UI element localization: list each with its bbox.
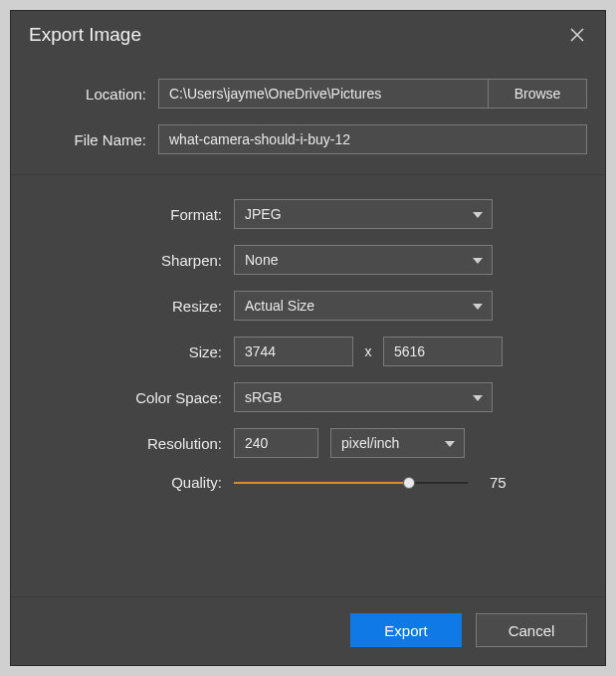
format-select[interactable]: JPEG [234, 199, 493, 229]
sharpen-label: Sharpen: [29, 252, 234, 269]
colorspace-label: Color Space: [29, 389, 234, 406]
filename-label: File Name: [29, 131, 158, 148]
colorspace-select[interactable]: sRGB [234, 382, 493, 412]
export-button[interactable]: Export [350, 613, 462, 647]
location-label: Location: [29, 86, 158, 103]
resolution-unit-select[interactable]: pixel/inch [330, 428, 465, 458]
dialog-title: Export Image [29, 24, 141, 46]
slider-fill [234, 482, 409, 484]
resolution-input[interactable] [234, 428, 318, 458]
resize-label: Resize: [29, 298, 234, 315]
size-x-separator: x [353, 343, 383, 359]
dialog-footer: Export Cancel [11, 596, 605, 665]
quality-label: Quality: [29, 474, 234, 491]
browse-button[interactable]: Browse [488, 79, 587, 109]
close-button[interactable] [565, 23, 589, 47]
quality-slider[interactable] [234, 476, 468, 490]
size-width-input[interactable] [234, 337, 353, 366]
titlebar: Export Image [11, 11, 605, 61]
resolution-label: Resolution: [29, 435, 234, 452]
format-label: Format: [29, 206, 234, 223]
size-label: Size: [29, 343, 234, 360]
export-image-dialog: Export Image Location: Browse File Name:… [10, 10, 606, 666]
options-section: Format: JPEG Sharpen: None Resize: Actua… [11, 174, 605, 596]
location-input[interactable] [158, 79, 488, 109]
close-icon [570, 28, 584, 42]
location-section: Location: Browse File Name: [11, 61, 605, 174]
location-group: Browse [158, 79, 587, 109]
sharpen-select[interactable]: None [234, 245, 493, 275]
size-height-input[interactable] [383, 337, 503, 366]
cancel-button[interactable]: Cancel [476, 613, 587, 647]
quality-value: 75 [490, 474, 507, 491]
resize-select[interactable]: Actual Size [234, 291, 493, 321]
filename-input[interactable] [158, 124, 587, 154]
slider-thumb[interactable] [403, 477, 415, 489]
